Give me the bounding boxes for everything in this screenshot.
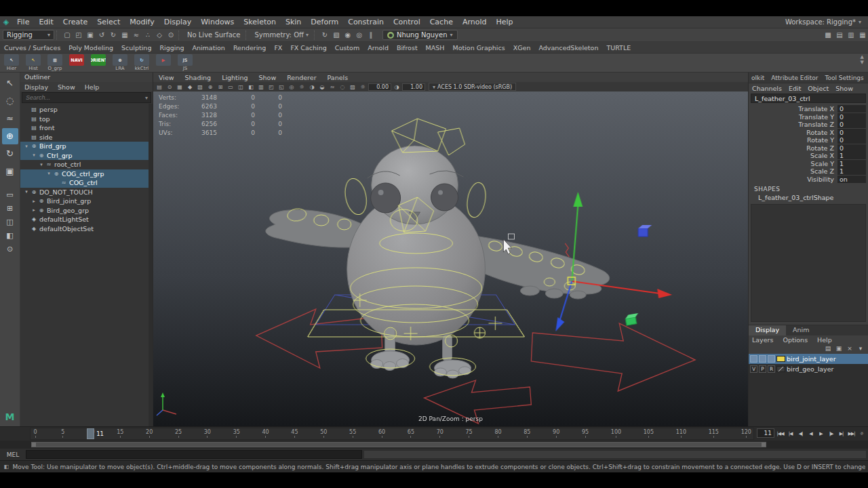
outliner-menu-item[interactable]: Display bbox=[20, 83, 52, 91]
time-slider[interactable]: 0510152025303540455055606570758085909510… bbox=[0, 426, 868, 441]
gamma-icon[interactable]: ◑ bbox=[392, 83, 401, 92]
shelf-tab[interactable]: Bifrost bbox=[393, 43, 422, 53]
snap-grid-icon[interactable]: ▦ bbox=[119, 30, 130, 41]
shelf-tab[interactable]: FX Caching bbox=[286, 43, 330, 53]
snap-point-icon[interactable]: ∴ bbox=[142, 30, 153, 41]
channel-box-node-name[interactable]: L_feather_03_ctrl bbox=[751, 94, 866, 103]
go-to-end-button[interactable]: ▶▶| bbox=[846, 428, 856, 439]
split-layout-button[interactable]: ◧ bbox=[2, 230, 18, 242]
shelf-navi-button[interactable]: NAVI bbox=[66, 54, 87, 66]
single-pane-layout-button[interactable]: ▭ bbox=[2, 189, 18, 201]
lock-camera-icon[interactable]: ⊙ bbox=[165, 83, 174, 92]
play-backwards-button[interactable]: ◀ bbox=[806, 428, 816, 439]
side-by-side-layout-button[interactable]: ◫ bbox=[2, 216, 18, 228]
range-end-handle[interactable] bbox=[762, 443, 766, 447]
delete-layer-icon[interactable]: × bbox=[845, 344, 854, 352]
shelf-tab[interactable]: Curves / Surfaces bbox=[0, 43, 64, 53]
channel-attribute-row[interactable]: Rotate Z 0 bbox=[749, 144, 868, 152]
paint-select-tool-icon[interactable]: ≈ bbox=[2, 110, 18, 127]
step-back-frame-button[interactable]: ◀| bbox=[795, 428, 806, 439]
expander-icon[interactable]: ▾ bbox=[23, 189, 30, 195]
layer-editor-tab[interactable]: Display bbox=[749, 325, 786, 336]
channel-attribute-row[interactable]: Scale Z 1 bbox=[749, 167, 868, 176]
menu-item[interactable]: Constrain bbox=[343, 18, 389, 26]
range-slider-bar[interactable] bbox=[31, 442, 766, 447]
attribute-editor-toggle-icon[interactable]: ▤ bbox=[834, 30, 845, 41]
screen-ao-icon[interactable]: ◒ bbox=[317, 83, 327, 92]
current-time-field[interactable]: 11 bbox=[757, 428, 774, 438]
menu-item[interactable]: Control bbox=[389, 18, 425, 26]
pause-viewport-icon[interactable]: ∥ bbox=[366, 30, 376, 41]
shelf-tab[interactable]: Arnold bbox=[363, 43, 393, 53]
new-layer-from-selected-icon[interactable]: ▣ bbox=[834, 344, 844, 352]
outliner-item[interactable]: ▤ front bbox=[20, 123, 153, 133]
frame-all-icon[interactable]: ◎ bbox=[287, 83, 296, 92]
outliner-item[interactable]: ▸ ⊕ Bird_joint_grp bbox=[20, 197, 153, 206]
shelf-hier-button[interactable]: ↖ Hier bbox=[1, 54, 22, 71]
image-plane-icon[interactable]: ▧ bbox=[195, 83, 205, 92]
layer-row[interactable]: V P R bird_geo_layer bbox=[749, 364, 868, 374]
outliner-item[interactable]: ▾ ⊕ Bird_grp bbox=[20, 142, 153, 151]
step-forward-key-button[interactable]: ▶| bbox=[836, 428, 846, 439]
viewport-menu-item[interactable]: Lighting bbox=[216, 74, 253, 81]
shelf-arrow-button[interactable]: ▶ bbox=[153, 54, 174, 66]
safe-title-icon[interactable]: ◱ bbox=[277, 83, 286, 92]
menu-item[interactable]: Modify bbox=[125, 18, 159, 26]
open-render-view-icon[interactable]: ▧ bbox=[331, 30, 342, 41]
expander-icon[interactable]: ▾ bbox=[31, 152, 37, 158]
search-input[interactable] bbox=[22, 94, 145, 101]
redo-icon[interactable]: ↻ bbox=[108, 30, 119, 41]
channel-attribute-row[interactable]: Scale Y 1 bbox=[749, 160, 868, 168]
outliner-item[interactable]: ▾ ⊕ COG_ctrl_grp bbox=[20, 169, 153, 179]
shape-node-name[interactable]: L_feather_03_ctrlShape bbox=[749, 192, 868, 201]
outliner-item[interactable]: ◈ defaultObjectSet bbox=[20, 224, 153, 234]
workspace-selector[interactable]: Workspace: Rigging* ▾ bbox=[785, 18, 868, 26]
command-input[interactable] bbox=[26, 450, 362, 459]
viewport-menu-item[interactable]: Show bbox=[254, 74, 282, 81]
exposure-icon[interactable]: ☼ bbox=[358, 83, 368, 92]
shelf-hist-button[interactable]: ↖ Hist bbox=[23, 54, 43, 71]
motion-blur-icon[interactable]: ≈ bbox=[328, 83, 337, 92]
user-account-menu[interactable]: ● Nhung Nguyen ▾ bbox=[382, 30, 458, 40]
modeling-toolkit-toggle-icon[interactable]: ▩ bbox=[823, 30, 833, 41]
channel-attribute-row[interactable]: Translate Y 0 bbox=[749, 113, 868, 121]
command-language-label[interactable]: MEL bbox=[0, 451, 26, 458]
menu-item[interactable]: Windows bbox=[196, 18, 239, 26]
shelf-tab[interactable]: Poly Modeling bbox=[64, 43, 117, 53]
menu-item[interactable]: Help bbox=[492, 18, 518, 26]
file-save-icon[interactable]: ▣ bbox=[85, 30, 96, 41]
shelf-tab[interactable]: Rendering bbox=[229, 43, 271, 53]
grid-icon[interactable]: ⊞ bbox=[216, 83, 225, 92]
expander-icon[interactable]: ▾ bbox=[23, 144, 30, 149]
isolate-select-icon[interactable]: ◌ bbox=[338, 83, 347, 92]
exposure-field[interactable]: 0.00 bbox=[368, 83, 391, 91]
tool-settings-toggle-icon[interactable]: ▥ bbox=[846, 30, 856, 41]
play-forwards-button[interactable]: ▶ bbox=[816, 428, 826, 439]
shelf-overflow-icon[interactable]: ▲▼ bbox=[861, 54, 867, 65]
move-tool-icon[interactable]: ⊕ bbox=[2, 128, 18, 144]
outliner-menu-item[interactable]: Help bbox=[81, 83, 104, 91]
menu-item[interactable]: Deform bbox=[306, 18, 343, 26]
outliner-item[interactable]: ▸ ⊕ Bird_geo_grp bbox=[20, 206, 153, 216]
channel-box-menu-item[interactable]: Show bbox=[832, 85, 856, 92]
render-current-frame-icon[interactable]: ◉ bbox=[342, 30, 353, 41]
channel-box-menu-item[interactable]: Channels bbox=[749, 85, 785, 92]
viewport-3d-scene[interactable]: Verts: 3148 0 0 Edges: 6263 0 0 Faces: 3… bbox=[153, 92, 748, 426]
layer-reference-toggle[interactable] bbox=[768, 355, 775, 363]
film-gate-icon[interactable]: ▭ bbox=[226, 83, 235, 92]
outliner-item[interactable]: ◈ defaultLightSet bbox=[20, 215, 153, 224]
layer-editor-tab[interactable]: Anim bbox=[786, 325, 816, 336]
sidebar-tab[interactable]: Attribute Editor bbox=[768, 75, 821, 81]
channel-attribute-row[interactable]: Scale X 1 bbox=[749, 152, 868, 160]
shelf-orient-button[interactable]: ORIENT bbox=[88, 54, 108, 66]
xray-icon[interactable]: ▨ bbox=[348, 83, 357, 92]
shelf-tab[interactable]: MASH bbox=[422, 43, 449, 53]
range-start-handle[interactable] bbox=[32, 443, 36, 447]
time-slider-track[interactable]: 0510152025303540455055606570758085909510… bbox=[30, 428, 754, 440]
shadows-icon[interactable]: ◑ bbox=[307, 83, 317, 92]
menu-item[interactable]: Arnold bbox=[458, 18, 492, 26]
menu-item[interactable]: Select bbox=[92, 18, 125, 26]
menu-item[interactable]: Skeleton bbox=[239, 18, 281, 26]
channel-attribute-row[interactable]: Visibility on bbox=[749, 176, 868, 184]
shelf-tab[interactable]: TURTLE bbox=[602, 43, 635, 53]
